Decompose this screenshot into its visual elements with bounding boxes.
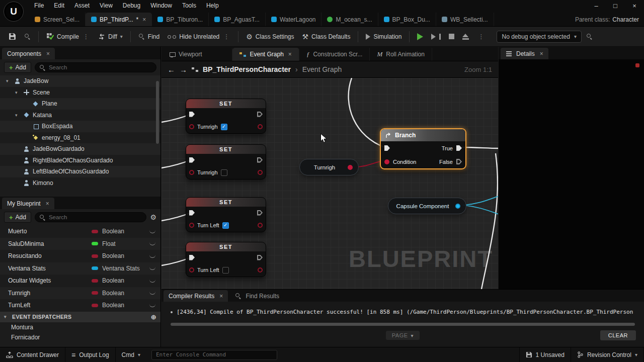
- tree-row-plane[interactable]: Plane: [0, 98, 160, 110]
- collapse-arrow-icon[interactable]: ▾: [4, 314, 9, 319]
- tree-row-katana[interactable]: ▾Katana: [0, 110, 160, 121]
- tree-row-boxespada[interactable]: BoxEspada: [0, 121, 160, 132]
- tab-close-icon[interactable]: ×: [142, 16, 146, 23]
- compile-options-icon[interactable]: ⋮: [82, 33, 90, 40]
- variable-row-saludminima[interactable]: SaluDMinimaFloat: [0, 238, 160, 250]
- exec-out-pin[interactable]: [257, 157, 263, 163]
- expand-arrow-icon[interactable]: ▾: [15, 113, 20, 118]
- exec-out-pin[interactable]: [257, 255, 263, 260]
- bool-checkbox[interactable]: [222, 267, 229, 274]
- add-blueprint-item-button[interactable]: + Add: [4, 212, 31, 223]
- compiler-results-tab[interactable]: Compiler Results ×: [164, 290, 228, 302]
- eye-closed-icon[interactable]: [149, 254, 155, 258]
- tree-row-energy[interactable]: energy_08_01: [0, 132, 160, 144]
- back-arrow-icon[interactable]: ←: [168, 65, 175, 74]
- horizontal-scrollbar[interactable]: [171, 323, 635, 326]
- eject-button[interactable]: [459, 31, 472, 43]
- eye-closed-icon[interactable]: [149, 279, 155, 283]
- close-icon[interactable]: ×: [219, 293, 223, 300]
- capsule-component-node[interactable]: Capsule Component: [388, 198, 466, 214]
- eye-closed-icon[interactable]: [149, 230, 155, 233]
- exec-in-pin[interactable]: [189, 210, 195, 216]
- tree-row-leftblade[interactable]: LeftBladeOfChaosGuardado: [0, 166, 160, 177]
- eye-closed-icon[interactable]: [149, 266, 155, 270]
- tree-row-jadebow[interactable]: ▾JadeBow: [0, 75, 160, 87]
- dispatcher-row-fornicador[interactable]: Fornicador: [0, 332, 160, 342]
- bool-in-pin[interactable]: [189, 124, 194, 129]
- bool-in-pin[interactable]: [189, 170, 194, 175]
- close-icon[interactable]: ×: [288, 51, 292, 58]
- browse-debug-object-button[interactable]: [583, 30, 596, 43]
- set-node-turnleft-false[interactable]: SET Turn Left: [186, 242, 266, 277]
- parent-class-link[interactable]: Character: [612, 16, 639, 23]
- breadcrumb-root[interactable]: BP_ThirdPersonCharacter: [203, 65, 291, 73]
- branch-node[interactable]: Branch True ConditionFalse: [380, 128, 466, 169]
- bool-checkbox[interactable]: ✓: [221, 124, 227, 130]
- menu-debug[interactable]: Debug: [118, 1, 145, 11]
- tab-bp-box[interactable]: BP_Box_Du...: [378, 13, 436, 26]
- menu-tools[interactable]: Tools: [177, 1, 201, 11]
- event-dispatchers-header[interactable]: ▾ EVENT DISPATCHERS ⊕: [0, 312, 160, 322]
- play-options-button[interactable]: ⋮: [473, 30, 489, 43]
- set-node-turnleft-true[interactable]: SET Turn Left✓: [186, 197, 266, 232]
- set-node-turnrigh-true[interactable]: SET Turnrigh✓: [186, 99, 266, 134]
- diff-button[interactable]: Diff ▾: [95, 30, 126, 43]
- close-button[interactable]: ×: [625, 0, 644, 11]
- unsaved-button[interactable]: 1 Unsaved: [519, 347, 571, 362]
- class-defaults-button[interactable]: ⚒ Class Defaults: [299, 30, 354, 43]
- tab-waterlagoon[interactable]: WaterLagoon: [266, 13, 322, 26]
- close-icon[interactable]: ×: [46, 200, 49, 207]
- getter-node-turnrigh[interactable]: Turnrigh: [299, 159, 359, 175]
- tab-bp-tiburon[interactable]: BP_Tiburon...: [152, 13, 209, 26]
- cmd-dropdown[interactable]: Cmd ▾: [116, 347, 146, 362]
- object-out-pin[interactable]: [455, 204, 460, 209]
- menu-edit[interactable]: Edit: [49, 1, 69, 11]
- variable-row-turnleft[interactable]: TurnLeftBoolean: [0, 299, 160, 312]
- viewport-tab[interactable]: Viewport: [162, 48, 232, 61]
- menu-help[interactable]: Help: [201, 1, 224, 11]
- event-graph-tab[interactable]: Event Graph ×: [232, 48, 299, 61]
- menu-view[interactable]: View: [95, 1, 118, 11]
- debug-object-dropdown[interactable]: No debug object selected ▾: [497, 31, 581, 43]
- forward-arrow-icon[interactable]: →: [180, 65, 187, 74]
- exec-out-pin[interactable]: [257, 112, 263, 117]
- eye-closed-icon[interactable]: [149, 242, 155, 245]
- dispatcher-row-montura[interactable]: Montura: [0, 322, 160, 332]
- revision-control-button[interactable]: Revision Control ▾: [571, 347, 644, 362]
- variable-row-ocultar-widgets[interactable]: Ocultar WidgetsBoolean: [0, 275, 160, 287]
- bool-out-pin[interactable]: [258, 267, 263, 273]
- components-scrollbar[interactable]: [156, 81, 159, 144]
- tab-m-ocean[interactable]: M_ocean_s...: [321, 13, 378, 26]
- output-log-button[interactable]: ≡ Output Log: [65, 347, 116, 362]
- close-icon[interactable]: ×: [46, 50, 50, 57]
- set-node-turnrigh-false[interactable]: SET Turnrigh: [186, 144, 266, 179]
- page-dropdown[interactable]: PAGE ▾: [386, 331, 420, 340]
- console-command-input[interactable]: [151, 350, 277, 360]
- stop-button[interactable]: [445, 31, 458, 42]
- menu-asset[interactable]: Asset: [69, 1, 95, 11]
- expand-arrow-icon[interactable]: ▾: [15, 90, 20, 95]
- variable-row-resucitando[interactable]: ResucitandoBoolean: [0, 250, 160, 262]
- compile-button[interactable]: Compile ⋮: [43, 30, 94, 43]
- eye-closed-icon[interactable]: [149, 304, 155, 307]
- construction-script-tab[interactable]: ƒ Construction Scr...: [299, 48, 370, 61]
- components-tab[interactable]: Components ×: [2, 48, 55, 59]
- menu-file[interactable]: File: [29, 1, 49, 11]
- bool-out-pin[interactable]: [258, 170, 263, 175]
- condition-pin[interactable]: [384, 159, 389, 164]
- content-drawer-button[interactable]: Content Drawer: [0, 347, 65, 362]
- graph-canvas[interactable]: BLUEPRINT SET Turnrigh✓ SE: [162, 78, 498, 289]
- save-button[interactable]: [5, 30, 20, 43]
- exec-in-pin[interactable]: [384, 145, 390, 151]
- exec-in-pin[interactable]: [189, 157, 195, 163]
- simulation-button[interactable]: Simulation: [362, 30, 405, 43]
- browse-asset-button[interactable]: [21, 30, 34, 43]
- class-settings-button[interactable]: ⚙ Class Settings: [243, 30, 297, 43]
- play-button[interactable]: [414, 30, 427, 43]
- variable-row-turnrigh[interactable]: TurnrighBoolean: [0, 287, 160, 300]
- tab-wb-sellecti[interactable]: WB_Sellecti...: [436, 13, 494, 26]
- bool-checkbox[interactable]: [221, 169, 227, 176]
- variable-row-muerto[interactable]: MuertoBoolean: [0, 225, 160, 238]
- components-search-input[interactable]: [49, 64, 152, 70]
- hide-unrelated-options-icon[interactable]: ⋮: [222, 33, 230, 40]
